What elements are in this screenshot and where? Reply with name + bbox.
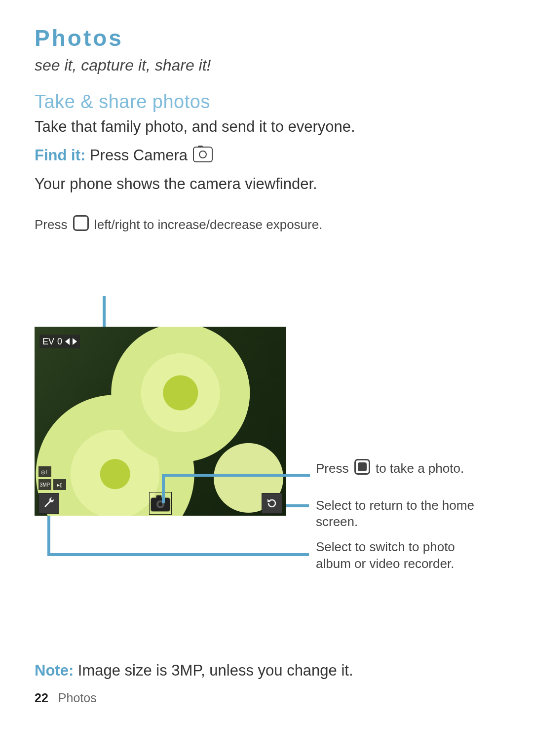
exposure-indicator[interactable]: EV 0 [39,335,80,348]
callout-connector [162,474,310,477]
page-footer: 22Photos [35,691,97,705]
viewfinder-toolbar [38,493,282,514]
storage-icon: ▸▯ [53,479,66,490]
take-photo-before: Press [316,461,352,476]
section-heading: Take & share photos [35,91,501,113]
ev-label: EV [42,337,54,347]
back-button[interactable] [262,493,282,514]
svg-rect-1 [156,495,161,498]
wrench-icon [43,497,55,509]
nav-key-center-icon [354,459,370,475]
find-it-text: Press Camera [85,147,191,164]
note-line: Note: Image size is 3MP, unless you chan… [35,662,353,680]
switch-mode-callout: Select to switch to photo album or video… [316,539,479,572]
tools-button[interactable] [38,493,59,514]
page-number: 22 [35,691,48,705]
callout-connector [47,553,309,556]
exposure-callout-text-before: Press [35,217,71,232]
find-it-line: Find it: Press Camera [35,145,501,166]
take-photo-callout: Press to take a photo. [316,459,494,477]
page-title: Photos [35,25,501,51]
viewfinder-status-icons: ◎F 3MP ▸▯ [38,466,66,490]
arrow-right-icon [73,338,77,345]
note-label: Note: [35,662,74,679]
callout-connector [162,474,165,503]
camera-viewfinder: EV 0 ◎F 3MP ▸▯ [35,327,286,516]
ev-value: 0 [57,337,62,347]
take-photo-after: to take a photo. [372,461,464,476]
callout-connector [47,516,50,556]
camera-icon [151,495,170,512]
return-icon [266,497,278,509]
callout-connector [103,296,106,327]
intro-text: Take that family photo, and send it to e… [35,116,501,137]
note-text: Image size is 3MP, unless you change it. [74,662,353,679]
viewfinder-photo [35,327,286,516]
nav-key-outline-icon [73,215,89,231]
callout-connector [286,504,309,507]
viewfinder-text: Your phone shows the camera viewfinder. [35,174,501,194]
footer-section: Photos [58,691,97,705]
focus-mode-icon: ◎F [38,466,51,477]
shutter-button[interactable] [149,492,172,515]
arrow-left-icon [65,338,70,345]
return-home-callout: Select to return to the home screen. [316,497,494,529]
find-it-label: Find it: [35,147,85,164]
page-subtitle: see it, capture it, share it! [35,56,501,75]
exposure-callout-text-after: left/right to increase/decrease exposure… [91,217,323,232]
camera-key-icon [193,147,213,162]
exposure-callout: Press left/right to increase/decrease ex… [35,215,501,233]
resolution-icon: 3MP [38,479,51,490]
